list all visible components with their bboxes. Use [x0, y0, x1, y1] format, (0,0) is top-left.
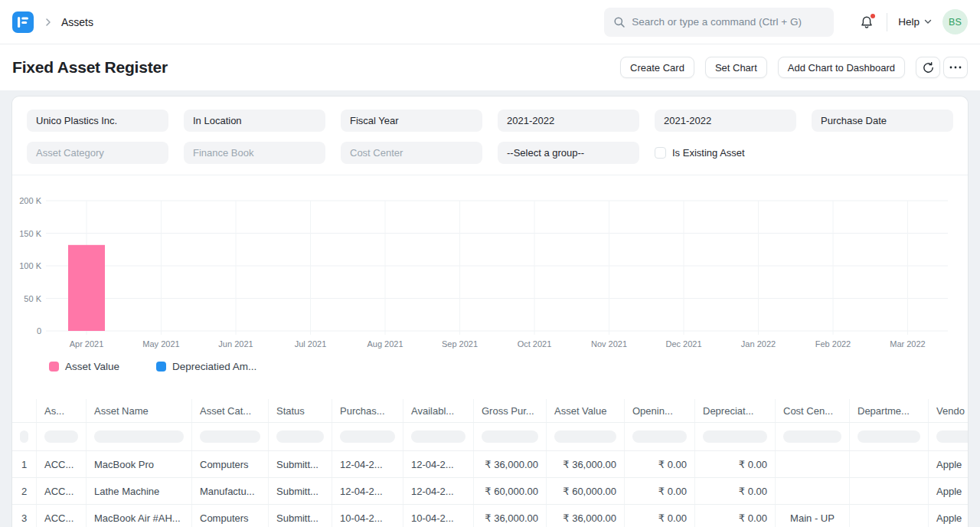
table-cell[interactable]: ₹ 0.00: [624, 505, 694, 527]
column-filter-input[interactable]: [94, 430, 184, 443]
global-search[interactable]: [604, 8, 834, 37]
table-cell[interactable]: Manufactu...: [191, 478, 268, 504]
column-header[interactable]: Asset Value: [546, 399, 624, 422]
search-input[interactable]: [632, 16, 825, 28]
column-header[interactable]: Cost Cen...: [775, 399, 849, 422]
column-header[interactable]: Departme...: [849, 399, 928, 422]
app-logo[interactable]: [12, 11, 34, 33]
table-cell[interactable]: Submitt...: [268, 478, 332, 504]
column-filter-input[interactable]: [936, 430, 969, 443]
table-cell[interactable]: Computers: [191, 451, 268, 477]
table-cell[interactable]: Computers: [191, 505, 268, 527]
filter-to-fiscal-year[interactable]: 2021-2022: [655, 110, 796, 132]
column-header[interactable]: Depreciat...: [694, 399, 775, 422]
table-cell[interactable]: [849, 478, 928, 504]
table-cell[interactable]: ₹ 60,000.00: [473, 478, 546, 504]
table-cell[interactable]: [849, 505, 928, 527]
table-cell[interactable]: Lathe Machine: [86, 478, 191, 504]
is-existing-asset-checkbox[interactable]: [655, 147, 666, 159]
filter-date-based-on[interactable]: Purchase Date: [812, 110, 953, 132]
set-chart-button[interactable]: Set Chart: [705, 57, 767, 78]
row-number[interactable]: 3: [12, 505, 36, 527]
table-cell[interactable]: ₹ 60,000.00: [546, 478, 624, 504]
add-chart-to-dashboard-button[interactable]: Add Chart to Dashboard: [778, 57, 905, 78]
column-filter-input[interactable]: [44, 430, 78, 443]
row-number[interactable]: 2: [12, 478, 36, 504]
create-card-button[interactable]: Create Card: [620, 57, 694, 78]
report-card: Unico Plastics Inc.In LocationFiscal Yea…: [11, 96, 969, 527]
table-cell[interactable]: Submitt...: [268, 451, 332, 477]
column-filter-input[interactable]: [340, 430, 395, 443]
table-cell[interactable]: 12-04-2...: [332, 478, 403, 504]
column-header[interactable]: Gross Pur...: [473, 399, 546, 422]
user-avatar[interactable]: BS: [942, 9, 968, 34]
column-header[interactable]: As...: [36, 399, 86, 422]
column-filter-input[interactable]: [411, 430, 466, 443]
column-filter-input[interactable]: [482, 430, 538, 443]
filter-in-location[interactable]: In Location: [184, 110, 325, 132]
column-filter-input[interactable]: [632, 430, 687, 443]
table-cell[interactable]: Main - UP: [775, 505, 849, 527]
legend-item[interactable]: Asset Value: [49, 361, 119, 372]
asset-bar-chart[interactable]: 050 K100 K150 K200 KApr 2021May 2021Jun …: [12, 175, 968, 353]
help-menu[interactable]: Help: [898, 16, 932, 28]
column-filter-input[interactable]: [20, 430, 28, 443]
filter-company[interactable]: Unico Plastics Inc.: [27, 110, 168, 132]
table-cell[interactable]: ₹ 0.00: [694, 451, 775, 477]
column-header[interactable]: Purchas...: [332, 399, 403, 422]
table-cell[interactable]: ₹ 36,000.00: [473, 451, 546, 477]
column-filter-input[interactable]: [858, 430, 920, 443]
table-cell[interactable]: [775, 478, 849, 504]
table-cell[interactable]: ₹ 0.00: [624, 478, 694, 504]
table-cell[interactable]: [849, 451, 928, 477]
column-header[interactable]: Asset Cat...: [191, 399, 268, 422]
table-cell[interactable]: ₹ 36,000.00: [473, 505, 546, 527]
table-cell[interactable]: 12-04-2...: [403, 478, 473, 504]
filter-cost-center[interactable]: Cost Center: [341, 142, 482, 164]
column-header[interactable]: Status: [268, 399, 332, 422]
table-cell[interactable]: ₹ 0.00: [694, 478, 775, 504]
table-cell[interactable]: ₹ 0.00: [694, 505, 775, 527]
table-cell[interactable]: ₹ 36,000.00: [546, 505, 624, 527]
column-filter-input[interactable]: [276, 430, 324, 443]
table-cell[interactable]: ₹ 36,000.00: [546, 451, 624, 477]
table-cell[interactable]: 10-04-2...: [332, 505, 403, 527]
column-header[interactable]: Vendo: [928, 399, 969, 422]
table-cell[interactable]: MacBook Air #AH...: [86, 505, 191, 527]
table-cell[interactable]: MacBook Pro: [86, 451, 191, 477]
table-cell[interactable]: Apple: [928, 478, 969, 504]
legend-item[interactable]: Depreciatied Am...: [156, 361, 256, 372]
notification-bell-button[interactable]: [857, 12, 877, 32]
breadcrumb[interactable]: Assets: [61, 16, 93, 28]
row-number-header[interactable]: [12, 399, 36, 422]
table-cell[interactable]: [775, 451, 849, 477]
filter-from-fiscal-year[interactable]: 2021-2022: [498, 110, 639, 132]
filter-finance-book[interactable]: Finance Book: [184, 142, 325, 164]
column-header[interactable]: Openin...: [624, 399, 694, 422]
column-filter-input[interactable]: [783, 430, 841, 443]
table-cell[interactable]: ACC...: [36, 478, 86, 504]
column-header[interactable]: Availabl...: [403, 399, 473, 422]
table-cell[interactable]: 12-04-2...: [403, 451, 473, 477]
table-cell[interactable]: Submitt...: [268, 505, 332, 527]
legend-label: Asset Value: [65, 361, 119, 372]
table-cell[interactable]: Apple: [928, 451, 969, 477]
table-cell[interactable]: ACC...: [36, 451, 86, 477]
column-filter-input[interactable]: [703, 430, 767, 443]
filter-fiscal-year[interactable]: Fiscal Year: [341, 110, 482, 132]
table-cell[interactable]: ACC...: [36, 505, 86, 527]
svg-text:Sep 2021: Sep 2021: [442, 339, 478, 349]
notification-dot: [871, 14, 875, 18]
table-cell[interactable]: ₹ 0.00: [624, 451, 694, 477]
column-filter-input[interactable]: [200, 430, 260, 443]
refresh-button[interactable]: [916, 57, 940, 78]
filter-asset-category[interactable]: Asset Category: [27, 142, 168, 164]
table-cell[interactable]: 12-04-2...: [332, 451, 403, 477]
filter-group-by[interactable]: --Select a group--: [498, 142, 639, 164]
table-cell[interactable]: Apple: [928, 505, 969, 527]
table-cell[interactable]: 10-04-2...: [403, 505, 473, 527]
more-options-button[interactable]: [943, 57, 968, 78]
row-number[interactable]: 1: [12, 451, 36, 477]
column-filter-input[interactable]: [554, 430, 616, 443]
column-header[interactable]: Asset Name: [86, 399, 191, 422]
